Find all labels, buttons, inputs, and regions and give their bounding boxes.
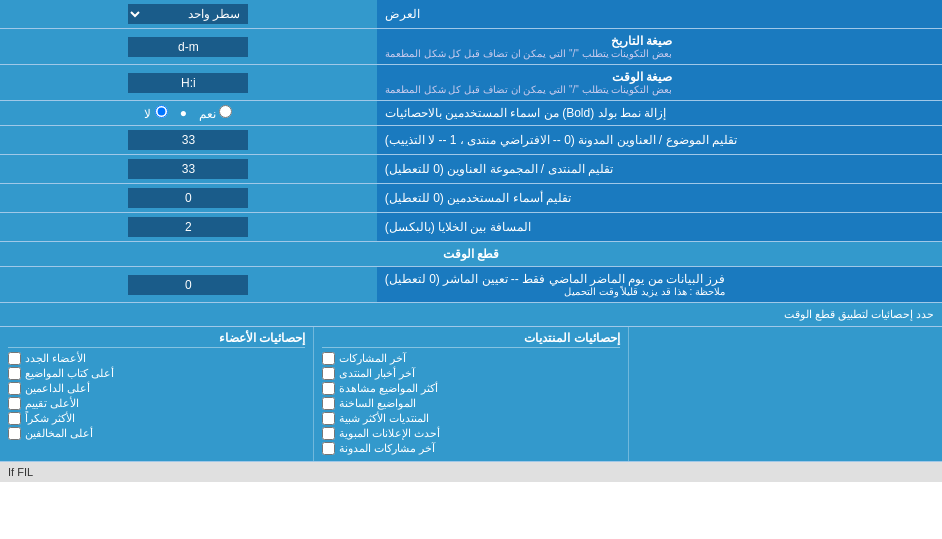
time-format-label: صيغة الوقت بعض التكوينات يتطلب "/" التي … bbox=[377, 65, 942, 100]
checkbox-ads[interactable] bbox=[322, 427, 335, 440]
col2-header: إحصائيات المنتديات bbox=[322, 331, 619, 348]
date-format-label-sub: بعض التكوينات يتطلب "/" التي يمكن ان تضا… bbox=[385, 48, 672, 59]
forum-trim-label: تقليم المنتدى / المجموعة العناوين (0 للت… bbox=[377, 155, 942, 183]
cutoff-label-main: فرز البيانات من يوم الماضر الماضي فقط --… bbox=[385, 272, 725, 286]
footer-text: If FIL bbox=[8, 466, 33, 478]
footer-text-row: If FIL bbox=[0, 462, 942, 482]
username-trim-input-cell bbox=[0, 184, 377, 212]
checkbox-supporters[interactable] bbox=[8, 382, 21, 395]
checkbox-item-topviolators: أعلى المخالفين bbox=[8, 427, 305, 440]
checkbox-newmembers[interactable] bbox=[8, 352, 21, 365]
cutoff-row: فرز البيانات من يوم الماضر الماضي فقط --… bbox=[0, 267, 942, 303]
checkbox-item-supporters: أعلى الداعمين bbox=[8, 382, 305, 395]
spacing-input-cell bbox=[0, 213, 377, 241]
limit-row: حدد إحصائيات لتطبيق قطع الوقت bbox=[0, 303, 942, 327]
checkbox-item-newmembers: الأعضاء الجدد bbox=[8, 352, 305, 365]
checkbox-topwriters[interactable] bbox=[8, 367, 21, 380]
cutoff-label: فرز البيانات من يوم الماضر الماضي فقط --… bbox=[377, 267, 942, 302]
bold-radio-cell: نعم ● لا bbox=[0, 101, 377, 125]
checkbox-col-empty bbox=[629, 327, 942, 461]
username-trim-label: تقليم أسماء المستخدمين (0 للتعطيل) bbox=[377, 184, 942, 212]
date-format-row: صيغة التاريخ بعض التكوينات يتطلب "/" الت… bbox=[0, 29, 942, 65]
topic-trim-row: تقليم الموضوع / العناوين المدونة (0 -- ا… bbox=[0, 126, 942, 155]
username-trim-input[interactable] bbox=[128, 188, 248, 208]
checkbox-item-hot: المواضيع الساخنة bbox=[322, 397, 619, 410]
checkbox-blog[interactable] bbox=[322, 442, 335, 455]
time-format-input-cell bbox=[0, 65, 377, 100]
forum-trim-input-cell bbox=[0, 155, 377, 183]
bold-radio-yes[interactable] bbox=[219, 105, 232, 118]
limit-row-text: حدد إحصائيات لتطبيق قطع الوقت bbox=[784, 308, 934, 320]
username-trim-row: تقليم أسماء المستخدمين (0 للتعطيل) bbox=[0, 184, 942, 213]
cutoff-input[interactable] bbox=[128, 275, 248, 295]
checkbox-toprated[interactable] bbox=[8, 397, 21, 410]
topic-trim-input-cell bbox=[0, 126, 377, 154]
display-label-text: العرض bbox=[385, 7, 420, 21]
checkbox-mostviewed[interactable] bbox=[322, 382, 335, 395]
time-format-label-main: صيغة الوقت bbox=[385, 70, 672, 84]
checkbox-item-topwriters: أعلى كتاب المواضيع bbox=[8, 367, 305, 380]
cutoff-input-cell bbox=[0, 267, 377, 302]
checkbox-col1: إحصائيات الأعضاء الأعضاء الجدد أعلى كتاب… bbox=[0, 327, 313, 461]
checkbox-shares[interactable] bbox=[322, 352, 335, 365]
checkbox-item-toprated: الأعلى تقييم bbox=[8, 397, 305, 410]
checkbox-item-shares: آخر المشاركات bbox=[322, 352, 619, 365]
forum-trim-input[interactable] bbox=[128, 159, 248, 179]
checkbox-item-similar: المنتديات الأكثر شبية bbox=[322, 412, 619, 425]
checkbox-item-mostviewed: أكثر المواضيع مشاهدة bbox=[322, 382, 619, 395]
checkbox-mostthanked[interactable] bbox=[8, 412, 21, 425]
display-input-cell: سطر واحد bbox=[0, 0, 377, 28]
checkbox-col2: إحصائيات المنتديات آخر المشاركات آخر أخب… bbox=[313, 327, 628, 461]
checkbox-similar[interactable] bbox=[322, 412, 335, 425]
time-format-input[interactable] bbox=[128, 73, 248, 93]
bold-radio-no-label: لا bbox=[144, 105, 167, 121]
bold-label: إزالة نمط بولد (Bold) من اسماء المستخدمي… bbox=[377, 101, 942, 125]
cutoff-section-header: قطع الوقت bbox=[0, 242, 942, 267]
spacing-row: المسافة بين الخلايا (بالبكسل) bbox=[0, 213, 942, 242]
date-format-label: صيغة التاريخ بعض التكوينات يتطلب "/" الت… bbox=[377, 29, 942, 64]
col1-header: إحصائيات الأعضاء bbox=[8, 331, 305, 348]
checkbox-hot[interactable] bbox=[322, 397, 335, 410]
time-format-label-sub: بعض التكوينات يتطلب "/" التي يمكن ان تضا… bbox=[385, 84, 672, 95]
bold-radio-no[interactable] bbox=[155, 105, 168, 118]
cutoff-label-note: ملاحظة : هذا قد يزيد قليلاً وقت التحميل bbox=[385, 286, 725, 297]
topic-trim-input[interactable] bbox=[128, 130, 248, 150]
checkbox-item-news: آخر أخبار المنتدى bbox=[322, 367, 619, 380]
date-format-input-cell bbox=[0, 29, 377, 64]
forum-trim-row: تقليم المنتدى / المجموعة العناوين (0 للت… bbox=[0, 155, 942, 184]
display-select[interactable]: سطر واحد bbox=[128, 4, 248, 24]
spacing-input[interactable] bbox=[128, 217, 248, 237]
checkbox-item-mostthanked: الأكثر شكراً bbox=[8, 412, 305, 425]
checkboxes-container: إحصائيات المنتديات آخر المشاركات آخر أخب… bbox=[0, 327, 942, 462]
checkbox-item-blog: آخر مشاركات المدونة bbox=[322, 442, 619, 455]
checkbox-news[interactable] bbox=[322, 367, 335, 380]
checkbox-topviolators[interactable] bbox=[8, 427, 21, 440]
bold-row: إزالة نمط بولد (Bold) من اسماء المستخدمي… bbox=[0, 101, 942, 126]
date-format-label-main: صيغة التاريخ bbox=[385, 34, 672, 48]
spacing-label: المسافة بين الخلايا (بالبكسل) bbox=[377, 213, 942, 241]
display-row: العرض سطر واحد bbox=[0, 0, 942, 29]
time-format-row: صيغة الوقت بعض التكوينات يتطلب "/" التي … bbox=[0, 65, 942, 101]
display-label: العرض bbox=[377, 0, 942, 28]
checkbox-item-ads: أحدث الإعلانات المبوية bbox=[322, 427, 619, 440]
bold-radio-yes-label: نعم bbox=[199, 105, 232, 121]
topic-trim-label: تقليم الموضوع / العناوين المدونة (0 -- ا… bbox=[377, 126, 942, 154]
date-format-input[interactable] bbox=[128, 37, 248, 57]
